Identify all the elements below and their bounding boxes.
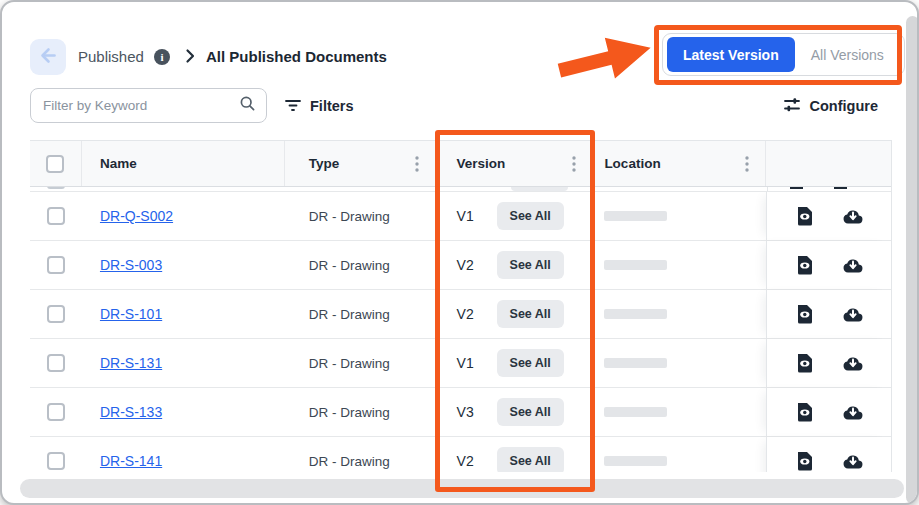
see-all-button[interactable]: See All (497, 251, 564, 279)
preview-file-icon[interactable] (793, 204, 816, 228)
row-checkbox[interactable] (47, 354, 65, 372)
search-icon[interactable] (239, 95, 256, 116)
info-icon[interactable]: i (154, 49, 170, 65)
see-all-button[interactable]: See All (497, 202, 564, 230)
location-skeleton-bar (604, 407, 667, 417)
location-skeleton-bar (604, 358, 667, 368)
header-checkbox-cell (30, 141, 82, 186)
location-skeleton-bar (604, 456, 667, 466)
document-name-link[interactable]: DR-Q-S002 (100, 208, 173, 224)
filters-label: Filters (310, 98, 354, 114)
header-actions (766, 141, 891, 186)
see-all-button[interactable]: See All (497, 447, 564, 472)
cloud-download-icon[interactable] (840, 303, 866, 325)
breadcrumb-section[interactable]: Published (78, 48, 144, 65)
preview-file-icon[interactable] (793, 253, 816, 277)
see-all-button[interactable]: See All (497, 300, 564, 328)
table-row: DR-S-141 DR - Drawing V2 See All (30, 437, 891, 472)
table-row: DR-Q-S002 DR - Drawing V1 See All (30, 192, 891, 241)
document-name-link[interactable]: DR-S-141 (100, 453, 162, 469)
latest-version-toggle[interactable]: Latest Version (667, 37, 795, 72)
preview-file-icon[interactable] (793, 400, 816, 424)
all-versions-toggle[interactable]: All Versions (795, 37, 900, 72)
version-value: V1 (457, 355, 497, 371)
version-value: V1 (457, 208, 497, 224)
horizontal-scrollbar[interactable] (20, 479, 904, 498)
collapse-left-arrow-icon (39, 46, 58, 68)
version-value: V2 (457, 257, 497, 273)
select-all-checkbox[interactable] (46, 155, 64, 173)
preview-file-icon[interactable] (793, 351, 816, 375)
document-name-link[interactable]: DR-S-003 (100, 257, 162, 273)
cloud-download-icon[interactable] (840, 450, 866, 472)
keyword-filter-box (30, 88, 267, 123)
page-title: All Published Documents (206, 48, 387, 65)
header-location[interactable]: Location (593, 141, 766, 186)
document-name-link[interactable]: DR-S-131 (100, 355, 162, 371)
version-view-toggle: Latest Version All Versions (662, 33, 905, 76)
document-name-link[interactable]: DR-S-133 (100, 404, 162, 420)
location-skeleton-bar (604, 211, 667, 221)
version-column-menu-icon[interactable] (568, 152, 580, 176)
type-column-menu-icon[interactable] (411, 152, 423, 176)
app-window: Published i All Published Documents (0, 0, 919, 505)
version-value: V2 (457, 453, 497, 469)
version-value: V2 (457, 306, 497, 322)
table-row: DR-S-101 DR - Drawing V2 See All (30, 290, 891, 339)
see-all-button[interactable]: See All (497, 349, 564, 377)
row-checkbox[interactable] (47, 305, 65, 323)
version-value: V3 (457, 404, 497, 420)
document-type: DR - Drawing (309, 258, 390, 273)
annotation-arrow-icon (554, 28, 658, 94)
header-name[interactable]: Name (82, 141, 285, 186)
document-type: DR - Drawing (309, 405, 390, 420)
table-header: Name Type Version Location (30, 140, 891, 187)
cloud-download-icon[interactable] (840, 352, 866, 374)
see-all-button[interactable]: See All (497, 398, 564, 426)
back-button[interactable] (30, 39, 66, 75)
sliders-icon (783, 96, 801, 117)
screenshot-stage: Published i All Published Documents (0, 0, 919, 505)
cloud-download-icon[interactable] (840, 205, 866, 227)
location-column-menu-icon[interactable] (741, 152, 753, 176)
document-type: DR - Drawing (309, 454, 390, 469)
preview-file-icon[interactable] (793, 302, 816, 326)
table-row: DR-S-133 DR - Drawing V3 See All (30, 388, 891, 437)
preview-file-icon[interactable] (793, 449, 816, 472)
filters-button[interactable]: Filters (285, 92, 354, 120)
row-checkbox[interactable] (47, 256, 65, 274)
search-input[interactable] (43, 98, 239, 113)
table-row: DR-S-003 DR - Drawing V2 See All (30, 241, 891, 290)
cloud-download-icon[interactable] (840, 401, 866, 423)
documents-table: Name Type Version Location (30, 140, 892, 472)
header-version[interactable]: Version (436, 141, 594, 186)
configure-label: Configure (810, 98, 878, 114)
filter-lines-icon (285, 98, 301, 115)
location-skeleton-bar (604, 260, 667, 270)
table-row: DR-S-131 DR - Drawing V1 See All (30, 339, 891, 388)
partial-row-top (30, 187, 891, 192)
document-type: DR - Drawing (309, 307, 390, 322)
document-type: DR - Drawing (309, 356, 390, 371)
header-type[interactable]: Type (285, 141, 436, 186)
row-checkbox[interactable] (47, 403, 65, 421)
row-checkbox[interactable] (47, 452, 65, 470)
configure-button[interactable]: Configure (783, 92, 878, 120)
document-type: DR - Drawing (309, 209, 390, 224)
row-checkbox[interactable] (47, 207, 65, 225)
chevron-right-icon (182, 48, 198, 68)
location-skeleton-bar (604, 309, 667, 319)
vertical-scrollbar[interactable] (906, 16, 919, 504)
cloud-download-icon[interactable] (840, 254, 866, 276)
document-name-link[interactable]: DR-S-101 (100, 306, 162, 322)
